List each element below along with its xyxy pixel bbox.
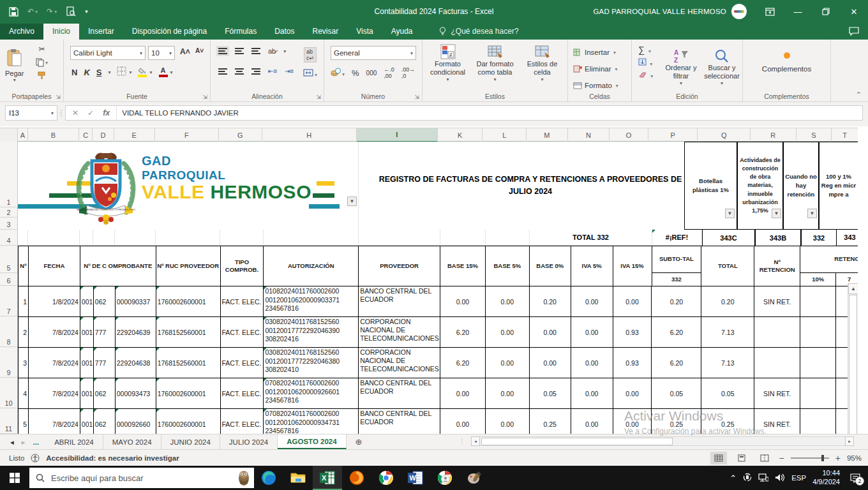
- cell-s[interactable]: [800, 286, 836, 316]
- cell-iva15[interactable]: 0.00: [613, 409, 652, 434]
- redo-icon[interactable]: ↷▾: [47, 7, 57, 16]
- col-header-p[interactable]: P: [648, 128, 698, 142]
- cell-total[interactable]: 0.05: [701, 378, 754, 408]
- cell-ret[interactable]: SIN RET.: [754, 409, 800, 434]
- fill-color-icon[interactable]: [138, 68, 147, 77]
- cell-num[interactable]: 4: [19, 378, 29, 408]
- alignment-dialog-launcher[interactable]: ⇲: [316, 94, 321, 100]
- sheet-tab-agosto-active[interactable]: AGOSTO 2024: [278, 434, 346, 449]
- vertical-scrollbar[interactable]: ▲ ▼: [848, 283, 858, 434]
- comma-style-icon[interactable]: 000: [366, 70, 377, 77]
- font-size-combo[interactable]: 10▾: [148, 46, 175, 60]
- logo-cell-dropdown[interactable]: ▼: [347, 197, 357, 206]
- horizontal-scroll-thumb[interactable]: [481, 438, 673, 445]
- zoom-in-icon[interactable]: +: [835, 453, 841, 463]
- cell-base0[interactable]: 0.00: [530, 348, 571, 378]
- ribbon-display-options-icon[interactable]: [756, 0, 784, 23]
- cut-icon[interactable]: ✂: [36, 45, 48, 54]
- copy-icon[interactable]: ▾: [36, 58, 48, 67]
- cell-iva5[interactable]: 0.00: [571, 317, 613, 347]
- cell-e4[interactable]: [115, 230, 156, 246]
- volume-icon[interactable]: [775, 473, 785, 483]
- font-color-dropdown[interactable]: ▾: [170, 70, 173, 75]
- vertical-scroll-thumb[interactable]: [849, 295, 857, 434]
- taskbar-chrome-icon[interactable]: [371, 466, 401, 490]
- th-base5[interactable]: BASE 5%: [486, 246, 530, 286]
- report-title-cell[interactable]: REGISTRO DE FACTURAS DE COMPRA Y RETENCI…: [359, 142, 702, 230]
- th-subtotal[interactable]: SUBTO-TAL 332: [652, 246, 702, 286]
- th-ruc[interactable]: Nº RUC PROVEEDOR: [156, 246, 221, 286]
- increase-decimal-icon[interactable]: ←.0,00: [384, 66, 394, 79]
- cell-ret[interactable]: [754, 348, 800, 378]
- th-iva5[interactable]: IVA 5%: [571, 246, 613, 286]
- header-q-cell[interactable]: Botellas plásticas 1% ▼: [684, 142, 737, 230]
- cell-tipo[interactable]: FACT. ELEC.: [221, 378, 264, 408]
- cell-base5[interactable]: 0.00: [486, 317, 530, 347]
- cell-c1[interactable]: 001: [80, 348, 94, 378]
- find-select-button[interactable]: Buscar y seleccionar ▾: [702, 43, 742, 86]
- taskbar-edge-icon[interactable]: [254, 466, 283, 490]
- cell-aut[interactable]: 0308202401176815256000120017772292046380…: [264, 348, 359, 378]
- sheet-tab-julio[interactable]: JULIO 2024: [220, 434, 278, 449]
- cell-tipo[interactable]: FACT. ELEC.: [221, 317, 264, 347]
- number-dialog-launcher[interactable]: ⇲: [414, 94, 419, 100]
- cell-s[interactable]: [800, 317, 836, 347]
- sheet-tab-abril[interactable]: ABRIL 2024: [45, 434, 103, 449]
- th-num[interactable]: Nº: [19, 246, 29, 286]
- select-all-corner[interactable]: [0, 128, 18, 142]
- row-header-9[interactable]: 9: [0, 347, 18, 378]
- cell-fecha[interactable]: 1/8/2024: [29, 286, 80, 316]
- header-r-cell[interactable]: Actividades de construcción de obra mate…: [737, 142, 783, 230]
- align-top-icon[interactable]: [218, 48, 227, 54]
- scroll-right-icon[interactable]: ▸: [845, 436, 854, 446]
- cell-i4[interactable]: [359, 230, 440, 246]
- cell-c2[interactable]: 062: [94, 378, 116, 408]
- sheet-prev-icon[interactable]: ◂: [10, 438, 14, 447]
- cell-ref-error[interactable]: #¡REF!: [652, 230, 702, 246]
- cell-num[interactable]: 5: [19, 409, 29, 434]
- col-header-k[interactable]: K: [438, 128, 483, 142]
- page-layout-view-icon[interactable]: [733, 452, 750, 464]
- th-autorizacion[interactable]: AUTORIZACIÓN: [264, 246, 359, 286]
- cell-q4-343c[interactable]: 343C: [702, 230, 755, 246]
- paste-button[interactable]: Pegar ▾: [5, 43, 24, 83]
- scroll-left-icon[interactable]: ◂: [471, 436, 480, 446]
- print-preview-icon[interactable]: [66, 6, 76, 17]
- cell-ret[interactable]: [754, 317, 800, 347]
- col-header-o[interactable]: O: [610, 128, 648, 142]
- tab-ayuda[interactable]: Ayuda: [382, 24, 422, 40]
- account-avatar[interactable]: [731, 4, 747, 19]
- cell-subtotal[interactable]: 6.20: [652, 317, 701, 347]
- th-base15[interactable]: BASE 15%: [440, 246, 486, 286]
- cell-c1[interactable]: 001: [80, 409, 94, 434]
- cell-aut[interactable]: 0708202401176000260000120010620000934731…: [264, 409, 359, 434]
- cell-h4[interactable]: [264, 230, 359, 246]
- delete-cells-button[interactable]: Eliminar▾: [573, 63, 618, 75]
- taskbar-search[interactable]: Escribe aquí para buscar: [29, 468, 254, 488]
- increase-indent-icon[interactable]: ⇥≡: [285, 68, 294, 75]
- normal-view-icon[interactable]: [710, 452, 727, 464]
- addins-button[interactable]: Complementos: [743, 47, 830, 73]
- zoom-out-icon[interactable]: −: [779, 453, 784, 463]
- orientation-dropdown[interactable]: ▾: [283, 48, 286, 54]
- col-header-q[interactable]: Q: [698, 128, 751, 142]
- underline-button[interactable]: S: [96, 68, 102, 77]
- decrease-decimal-icon[interactable]: .00→,0: [401, 66, 415, 79]
- fill-color-dropdown[interactable]: ▾: [149, 70, 152, 75]
- row-header-2[interactable]: 2: [0, 207, 18, 218]
- cell-fecha[interactable]: 7/8/2024: [29, 348, 80, 378]
- cell-iva5[interactable]: 0.00: [571, 378, 613, 408]
- tab-formulas[interactable]: Fórmulas: [216, 24, 266, 40]
- cell-iva5[interactable]: 0.00: [571, 348, 613, 378]
- cell-prov[interactable]: CORPORACION NACIONAL DE TELECOMUNICACION…: [359, 348, 440, 378]
- cell-s[interactable]: [800, 378, 836, 408]
- cell-ruc[interactable]: 1760002600001: [156, 286, 221, 316]
- col-header-s[interactable]: S: [797, 128, 832, 142]
- th-proveedor[interactable]: PROVEEDOR: [359, 246, 440, 286]
- cell-aut[interactable]: 0108202401176000260000120010620000903371…: [264, 286, 359, 316]
- scroll-up-icon[interactable]: ▲: [848, 283, 858, 294]
- new-sheet-icon[interactable]: ⊕: [347, 434, 371, 449]
- cell-c2[interactable]: 062: [94, 286, 116, 316]
- cell-ret[interactable]: SIN RET.: [754, 378, 800, 408]
- taskbar-firefox-icon[interactable]: [342, 466, 371, 490]
